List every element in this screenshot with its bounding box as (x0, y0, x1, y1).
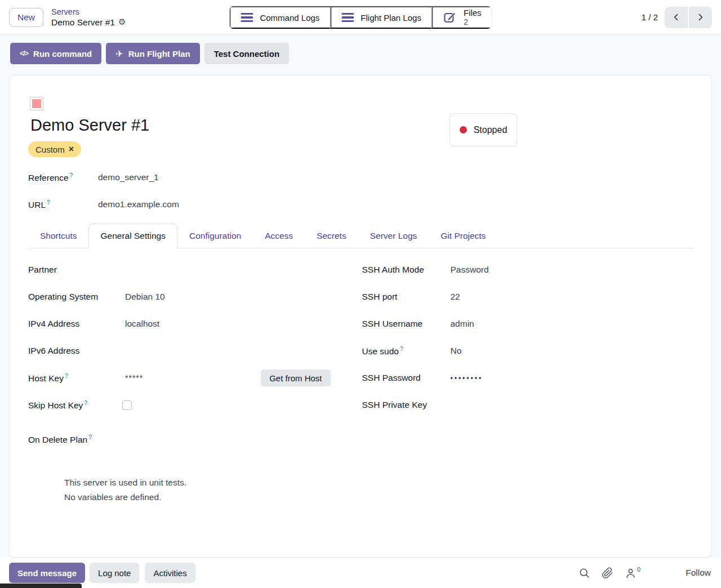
breadcrumb-current-label: Demo Server #1 (51, 17, 115, 28)
ssh-password-label: SSH Password (362, 373, 451, 383)
url-value[interactable]: demo1.example.com (98, 199, 179, 210)
stat-button-label: Command Logs (260, 13, 319, 23)
reference-value[interactable]: demo_server_1 (98, 172, 159, 182)
run-flight-plan-button[interactable]: ✈ Run Flight Plan (106, 43, 199, 64)
tab-access[interactable]: Access (253, 224, 305, 248)
server-notes: This server is used in unit tests. No va… (64, 475, 341, 505)
form-sheet: Demo Server #1 Stopped Custom × Referenc… (9, 75, 712, 558)
help-icon[interactable]: ? (400, 345, 403, 352)
breadcrumb: Servers Demo Server #1 ⚙ (51, 7, 126, 28)
activities-button[interactable]: Activities (145, 563, 195, 583)
color-swatch[interactable] (30, 97, 43, 110)
pager: 1 / 2 (642, 7, 712, 28)
test-connection-label: Test Connection (214, 49, 279, 59)
ssh-password-value[interactable]: •••••••• (451, 374, 694, 382)
action-bar: </> Run command ✈ Run Flight Plan Test C… (0, 35, 721, 73)
followers-icon[interactable]: 0 (625, 567, 640, 579)
skip-host-key-checkbox[interactable] (122, 400, 132, 410)
host-key-label-wrap: Host Key? (28, 372, 125, 384)
stat-button-count: 2 (464, 17, 468, 27)
status-strip (0, 583, 82, 588)
help-icon[interactable]: ? (47, 199, 50, 206)
partner-label: Partner (28, 265, 125, 275)
pager-previous-button[interactable] (665, 7, 688, 28)
chevron-right-icon (696, 12, 705, 22)
help-icon[interactable]: ? (84, 399, 87, 406)
new-button[interactable]: New (9, 8, 43, 27)
attachment-paperclip-icon[interactable] (602, 567, 613, 579)
control-panel: New Servers Demo Server #1 ⚙ Command Log… (0, 0, 721, 35)
tag-remove-icon[interactable]: × (69, 145, 74, 154)
tab-secrets[interactable]: Secrets (305, 224, 358, 248)
log-note-button[interactable]: Log note (90, 563, 139, 583)
field-ipv4: IPv4 Address localhost (28, 310, 341, 337)
ipv4-value[interactable]: localhost (125, 319, 341, 329)
status-label: Stopped (474, 125, 508, 135)
send-message-button[interactable]: Send message (9, 563, 85, 583)
get-from-host-button[interactable]: Get from Host (261, 369, 330, 386)
follow-button[interactable]: Follow (686, 568, 711, 578)
stat-button-flight-plan-logs[interactable]: Flight Plan Logs (330, 6, 432, 29)
use-sudo-value[interactable]: No (451, 346, 694, 356)
plane-icon: ✈ (115, 48, 123, 59)
form-column-right: SSH Auth Mode Password SSH port 22 SSH U… (361, 256, 694, 505)
ipv6-label: IPv6 Address (28, 346, 125, 356)
test-connection-button[interactable]: Test Connection (204, 43, 289, 64)
breadcrumb-current: Demo Server #1 ⚙ (51, 17, 126, 28)
field-host-key: Host Key? ***** Get from Host (28, 364, 341, 391)
stat-button-group: Command Logs Flight Plan Logs Files 2 (229, 6, 492, 29)
field-operating-system: Operating System Debian 10 (28, 283, 341, 310)
ssh-username-label: SSH Username (362, 319, 451, 329)
ssh-port-label: SSH port (362, 292, 451, 302)
field-ssh-auth-mode: SSH Auth Mode Password (362, 256, 694, 283)
stat-button-files[interactable]: Files 2 (432, 6, 492, 29)
operating-system-value[interactable]: Debian 10 (125, 292, 341, 302)
tab-general-settings[interactable]: General Settings (88, 224, 177, 248)
tab-server-logs[interactable]: Server Logs (358, 224, 429, 248)
tag-row: Custom × (28, 141, 693, 157)
list-icon (341, 13, 354, 23)
field-on-delete-plan: On Delete Plan? (28, 426, 341, 453)
breadcrumb-parent-link[interactable]: Servers (51, 7, 126, 17)
pager-position: 1 / 2 (642, 12, 658, 22)
stat-button-command-logs[interactable]: Command Logs (229, 6, 330, 29)
skip-host-key-label-wrap: Skip Host Key? (28, 399, 125, 411)
status-dot-icon (460, 126, 467, 133)
use-sudo-label-wrap: Use sudo? (362, 345, 451, 357)
chatter-icons: 0 Follow (578, 567, 711, 579)
field-url: URL? demo1.example.com (28, 191, 693, 218)
run-command-button[interactable]: </> Run command (10, 43, 101, 64)
ssh-auth-mode-value[interactable]: Password (451, 265, 694, 275)
ssh-username-value[interactable]: admin (451, 319, 694, 329)
search-messages-icon[interactable] (578, 567, 590, 579)
pager-next-button[interactable] (689, 7, 712, 28)
help-icon[interactable]: ? (70, 172, 73, 179)
followers-count: 0 (637, 566, 640, 573)
field-label: Reference? (28, 172, 98, 183)
help-icon[interactable]: ? (65, 372, 68, 379)
reference-label: Reference (28, 173, 69, 182)
form-column-left: Partner Operating System Debian 10 IPv4 … (28, 256, 361, 505)
tab-configuration[interactable]: Configuration (177, 224, 253, 248)
field-label: URL? (28, 199, 98, 210)
chevron-left-icon (671, 12, 681, 22)
gear-icon[interactable]: ⚙ (118, 17, 126, 28)
host-key-value[interactable]: ***** (125, 373, 261, 382)
field-ssh-password: SSH Password •••••••• (362, 364, 694, 391)
field-reference: Reference? demo_server_1 (28, 164, 693, 191)
tag-custom[interactable]: Custom × (28, 141, 81, 157)
ssh-port-value[interactable]: 22 (451, 292, 694, 302)
notebook-tabs: Shortcuts General Settings Configuration… (28, 224, 693, 248)
general-settings-panel: Partner Operating System Debian 10 IPv4 … (28, 248, 693, 505)
stat-button-label: Files (464, 8, 482, 17)
on-delete-plan-label-wrap: On Delete Plan? (28, 434, 125, 445)
note-line: This server is used in unit tests. (64, 475, 341, 490)
help-icon[interactable]: ? (88, 434, 92, 440)
chatter-bar: Send message Log note Activities 0 Follo… (0, 558, 721, 588)
tab-git-projects[interactable]: Git Projects (429, 224, 497, 248)
edit-icon (443, 10, 457, 25)
field-ipv6: IPv6 Address (28, 337, 341, 364)
tab-shortcuts[interactable]: Shortcuts (28, 224, 88, 248)
ipv4-label: IPv4 Address (28, 319, 125, 329)
url-label: URL (28, 200, 46, 210)
